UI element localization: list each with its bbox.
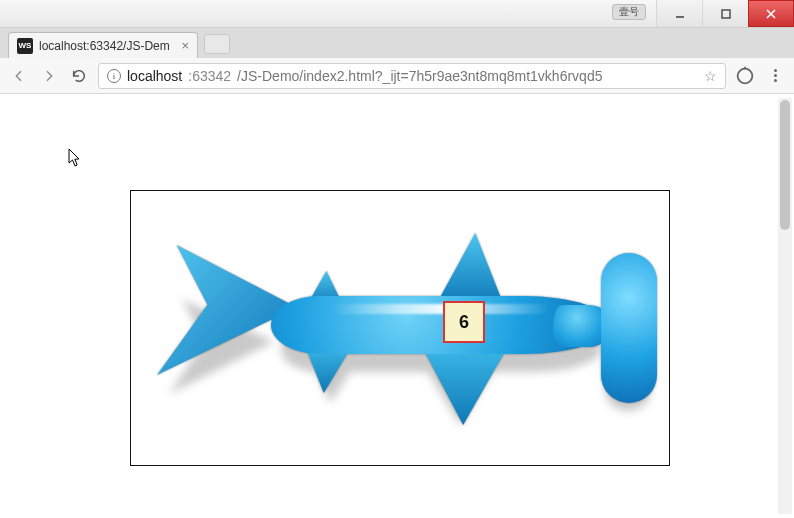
window-maximize-button[interactable] [702,0,748,27]
shark-image [151,201,670,431]
reload-button[interactable] [68,65,90,87]
counter-overlay: 6 [443,301,485,343]
url-host: localhost [127,68,182,84]
site-info-icon[interactable]: i [107,69,121,83]
mouse-cursor-icon [68,148,82,172]
back-button[interactable] [8,65,30,87]
extension-button[interactable] [734,65,756,87]
svg-point-4 [738,68,753,83]
vertical-scrollbar[interactable] [778,98,792,514]
tab-close-icon[interactable]: × [181,39,189,52]
image-container: 6 [130,190,670,466]
favicon-icon: WS [17,38,33,54]
kebab-icon [774,69,777,82]
ime-badge: 壹号 [612,4,646,20]
browser-toolbar: i localhost:63342/JS-Demo/index2.html?_i… [0,58,794,94]
scrollbar-thumb[interactable] [780,100,790,230]
svg-rect-1 [722,10,730,18]
browser-tab[interactable]: WS localhost:63342/JS-Dem × [8,32,198,58]
new-tab-button[interactable] [204,34,230,54]
page-viewport: 6 [0,94,794,518]
window-close-button[interactable] [748,0,794,27]
forward-button[interactable] [38,65,60,87]
url-port: :63342 [188,68,231,84]
bookmark-star-icon[interactable]: ☆ [704,68,717,84]
tab-title: localhost:63342/JS-Dem [39,39,175,53]
tab-strip: WS localhost:63342/JS-Dem × [0,28,794,58]
address-bar[interactable]: i localhost:63342/JS-Demo/index2.html?_i… [98,63,726,89]
window-minimize-button[interactable] [656,0,702,27]
browser-menu-button[interactable] [764,65,786,87]
window-titlebar: 壹号 [0,0,794,28]
url-path: /JS-Demo/index2.html?_ijt=7h5r9ae3nt8mq8… [237,68,602,84]
